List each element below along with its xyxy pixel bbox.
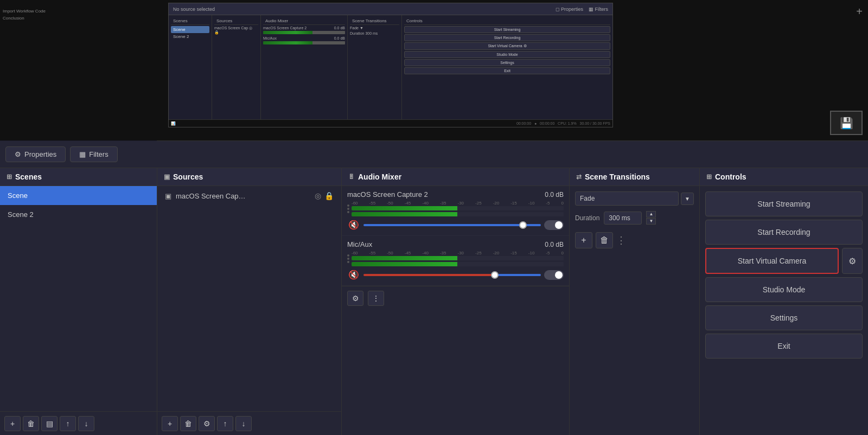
audio-panel-header: 🎚 Audio Mixer <box>342 168 569 186</box>
settings-button[interactable]: Settings <box>705 305 863 330</box>
transitions-panel-title: Scene Transitions <box>585 172 650 181</box>
toggle-knob-1 <box>555 221 563 229</box>
meter-bar-1 <box>352 206 564 210</box>
sources-down-button[interactable]: ↓ <box>235 416 252 431</box>
properties-button[interactable]: ⚙ Properties <box>5 146 66 162</box>
sources-up-button[interactable]: ↑ <box>217 416 233 431</box>
transition-select-row: Fade Cut Swipe Slide ▼ <box>575 191 694 206</box>
thumb-icon: 💾 <box>840 117 853 130</box>
sources-toolbar: + 🗑 ⚙ ↑ ↓ <box>157 411 341 435</box>
gear-icon3: ⚙ <box>352 294 359 303</box>
audio-volume-row-1: 🔇 <box>347 219 564 231</box>
source-monitor-icon: ▣ <box>165 192 171 200</box>
start-virtual-camera-button[interactable]: Start Virtual Camera <box>705 248 839 274</box>
down-arrow-icon2: ↓ <box>242 419 246 428</box>
studio-mode-button[interactable]: Studio Mode <box>705 277 863 302</box>
sources-remove-button[interactable]: 🗑 <box>180 416 196 431</box>
scenes-remove-button[interactable]: 🗑 <box>23 416 39 431</box>
more-dots-icon: ⋮ <box>616 235 626 246</box>
mini-controls-col: Controls Start Streaming Start Recording… <box>402 15 612 119</box>
controls-body: Start Streaming Start Recording Start Vi… <box>700 186 868 435</box>
plus-icon2: + <box>168 419 172 428</box>
scene-item-scene2[interactable]: Scene 2 <box>0 205 157 224</box>
volume-slider-1-thumb <box>519 221 527 229</box>
meter-wrapper-2: -60-55 -50-45 -40-35 -30-25 -20-15 -10-5… <box>352 251 564 266</box>
eye-icon[interactable]: ◎ <box>315 191 321 200</box>
controls-panel-title: Controls <box>715 172 746 181</box>
source-name-label: macOS Screen Cap… <box>176 192 310 200</box>
start-recording-button[interactable]: Start Recording <box>705 220 863 245</box>
meter-bar-1b <box>352 212 564 216</box>
up-arrow-icon2: ↑ <box>224 419 227 428</box>
filters-button[interactable]: ▦ Filters <box>70 146 117 162</box>
audio-channel-1: macOS Screen Capture 2 0.0 dB -60-55 -50… <box>342 186 569 236</box>
preview-area: No source selected No source selected ◻ … <box>0 0 868 141</box>
transition-add-button[interactable]: + <box>575 232 592 248</box>
audio-panel-title: Audio Mixer <box>358 172 401 181</box>
gear-icon2: ⚙ <box>203 419 210 428</box>
main-panels: ⊞ Scenes Scene Scene 2 + 🗑 ▤ ↑ <box>0 168 868 435</box>
audio-dots-1 <box>347 204 349 213</box>
audio-channel-1-name: macOS Screen Capture 2 <box>347 190 428 199</box>
scenes-list: Scene Scene 2 <box>0 186 157 411</box>
scenes-toolbar: + 🗑 ▤ ↑ ↓ <box>0 411 157 435</box>
meter-scale-1: -60-55 -50-45 -40-35 -30-25 -20-15 -10-5… <box>352 201 564 206</box>
transitions-panel-icon: ⇄ <box>576 173 582 181</box>
audio-more-button[interactable]: ⋮ <box>368 291 384 306</box>
sources-settings-button[interactable]: ⚙ <box>199 416 215 431</box>
toggle-knob-2 <box>555 271 563 279</box>
start-streaming-button[interactable]: Start Streaming <box>705 191 863 216</box>
audio-settings-button[interactable]: ⚙ <box>347 291 363 306</box>
preview-inner-body: Scenes Scene Scene 2 Sources macOS Scree… <box>169 15 612 119</box>
scene-item-scene[interactable]: Scene <box>0 186 157 205</box>
transition-more-button[interactable]: ⋮ <box>616 234 626 246</box>
preview-screenshot: No source selected ◻ Properties ▦ Filter… <box>168 3 613 127</box>
toggle-switch-1[interactable] <box>544 220 564 230</box>
down-arrow-icon: ↓ <box>85 419 88 428</box>
sources-panel: ▣ Sources ▣ macOS Screen Cap… ◎ 🔒 + 🗑 ⚙ <box>157 168 342 435</box>
toggle-switch-2[interactable] <box>544 270 564 280</box>
transition-type-select[interactable]: Fade Cut Swipe Slide <box>575 191 679 206</box>
audio-panel-footer: ⚙ ⋮ <box>342 286 569 310</box>
exit-button[interactable]: Exit <box>705 334 863 359</box>
volume-slider-2[interactable] <box>363 274 541 276</box>
transitions-body: Fade Cut Swipe Slide ▼ Duration ▲ ▼ + <box>570 186 699 435</box>
filter-icon: ▦ <box>79 150 86 158</box>
sources-list: ▣ macOS Screen Cap… ◎ 🔒 <box>157 186 341 411</box>
meter-wrapper-1: -60-55 -50-45 -40-35 -30-25 -20-15 -10-5… <box>352 201 564 216</box>
audio-volume-row-2: 🔇 <box>347 268 564 281</box>
preview-inner-toolbar: No source selected ◻ Properties ▦ Filter… <box>169 3 612 15</box>
mini-sources-col: Sources macOS Screen Cap ◎ 🔒 <box>212 15 261 119</box>
scenes-add-button[interactable]: + <box>4 416 21 431</box>
lock-icon[interactable]: 🔒 <box>324 191 334 200</box>
transition-remove-button[interactable]: 🗑 <box>596 232 613 248</box>
duration-input[interactable] <box>604 212 642 225</box>
source-item-macos[interactable]: ▣ macOS Screen Cap… ◎ 🔒 <box>157 186 341 206</box>
mute-button-1[interactable]: 🔇 <box>347 219 360 231</box>
more-icon: ⋮ <box>372 294 380 303</box>
gear-icon: ⚙ <box>15 150 21 158</box>
transition-select-arrow[interactable]: ▼ <box>681 193 694 205</box>
sources-add-button[interactable]: + <box>162 416 178 431</box>
transitions-panel: ⇄ Scene Transitions Fade Cut Swipe Slide… <box>570 168 700 435</box>
text-doc-lines: Import Workflow Code Conclusion <box>3 8 46 22</box>
duration-up-button[interactable]: ▲ <box>646 211 656 218</box>
duration-down-button[interactable]: ▼ <box>646 218 656 225</box>
trash-icon: 🗑 <box>27 419 35 428</box>
add-scene-button[interactable]: + <box>856 5 863 18</box>
scenes-panel-header: ⊞ Scenes <box>0 168 157 186</box>
filter-icon2: ▤ <box>46 419 53 428</box>
trash-icon2: 🗑 <box>184 419 192 428</box>
scenes-down-button[interactable]: ↓ <box>78 416 94 431</box>
virtual-camera-settings-button[interactable]: ⚙ <box>842 248 863 274</box>
scenes-filter-button[interactable]: ▤ <box>41 416 58 431</box>
controls-panel-header: ⊞ Controls <box>700 168 868 186</box>
audio-panel-icon: 🎚 <box>348 173 355 181</box>
volume-slider-1[interactable] <box>363 224 541 226</box>
controls-panel: ⊞ Controls Start Streaming Start Recordi… <box>700 168 868 435</box>
audio-channel-2: Mic/Aux 0.0 dB -60-55 -50-45 -40-35 -30-… <box>342 236 569 286</box>
scenes-panel: ⊞ Scenes Scene Scene 2 + 🗑 ▤ ↑ <box>0 168 157 435</box>
mute-button-2[interactable]: 🔇 <box>347 268 360 281</box>
scenes-up-button[interactable]: ↑ <box>60 416 76 431</box>
transitions-panel-header: ⇄ Scene Transitions <box>570 168 699 186</box>
